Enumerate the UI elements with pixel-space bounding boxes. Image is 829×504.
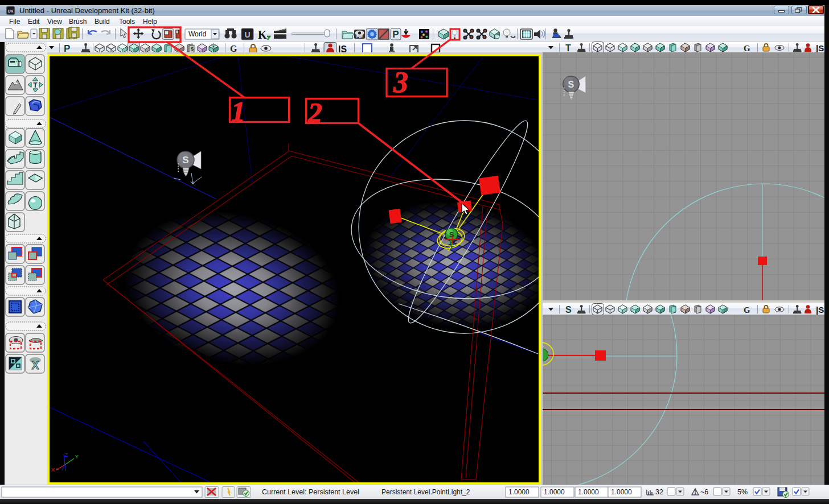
svg-text:2: 2: [307, 97, 322, 129]
svg-text:1: 1: [231, 96, 245, 127]
svg-text:3: 3: [393, 66, 408, 98]
